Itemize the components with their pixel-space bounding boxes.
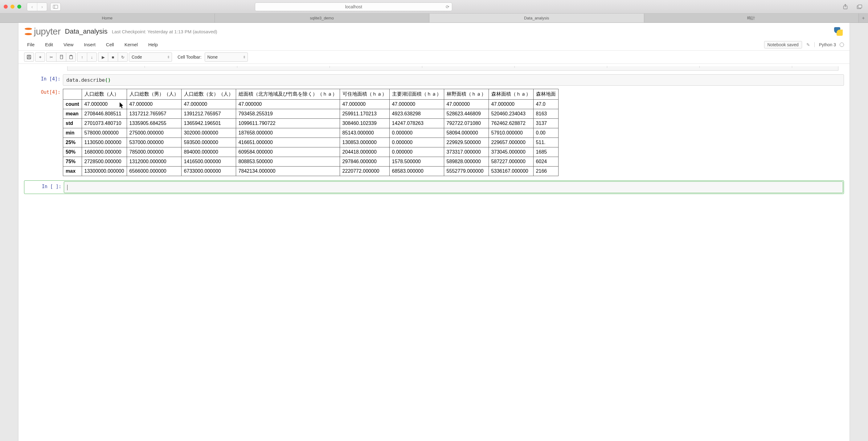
menu-edit[interactable]: Edit bbox=[42, 41, 56, 49]
table-cell: 0.000000 bbox=[389, 128, 444, 138]
reload-icon[interactable]: ⟳ bbox=[446, 4, 450, 9]
table-cell: 187658.000000 bbox=[236, 128, 340, 138]
table-cell: 373045.000000 bbox=[489, 147, 533, 157]
move-down-button[interactable]: ↓ bbox=[87, 52, 97, 62]
tabs-overview-icon[interactable] bbox=[855, 3, 864, 11]
menu-view[interactable]: View bbox=[60, 41, 76, 49]
menu-cell[interactable]: Cell bbox=[103, 41, 117, 49]
menu-file[interactable]: File bbox=[24, 41, 38, 49]
code-cell-4[interactable]: In [4]: data.describe() bbox=[24, 74, 844, 86]
code-input-area-empty[interactable] bbox=[64, 181, 843, 193]
table-cell: 2708446.808511 bbox=[82, 109, 127, 119]
truncated-output-fragment bbox=[67, 66, 838, 70]
copy-button[interactable] bbox=[56, 52, 66, 62]
page-scroll-area[interactable]: jupyter Data_analysis Last Checkpoint: Y… bbox=[0, 23, 868, 441]
svg-rect-6 bbox=[28, 55, 30, 56]
browser-tab-sqlite3[interactable]: sqlite3_demo bbox=[215, 13, 430, 23]
python-logo-icon bbox=[833, 26, 844, 37]
table-cell: 537000.000000 bbox=[127, 138, 181, 147]
new-tab-button[interactable]: + bbox=[859, 13, 868, 23]
back-button[interactable]: ‹ bbox=[27, 3, 37, 11]
table-cell: 3137 bbox=[533, 119, 558, 128]
output-cell-4: Out[4]: 人口総数（人）人口総数（男）（人）人口総数（女）（人）総面積（北… bbox=[24, 88, 844, 176]
share-icon[interactable] bbox=[841, 3, 850, 11]
paste-button[interactable] bbox=[66, 52, 76, 62]
browser-toolbar: ‹ › localhost ⟳ bbox=[0, 0, 868, 13]
run-button[interactable]: ▶ bbox=[98, 52, 108, 62]
table-cell: 373317.000000 bbox=[444, 147, 489, 157]
table-cell: 204418.000000 bbox=[340, 147, 389, 157]
add-cell-button[interactable]: ＋ bbox=[35, 52, 45, 62]
move-up-button[interactable]: ↑ bbox=[77, 52, 87, 62]
close-window-button[interactable] bbox=[4, 5, 8, 9]
maximize-window-button[interactable] bbox=[17, 5, 21, 9]
stop-button[interactable]: ■ bbox=[108, 52, 118, 62]
table-cell: 297846.000000 bbox=[340, 157, 389, 167]
table-cell: 785000.000000 bbox=[127, 147, 181, 157]
table-cell: 2220772.000000 bbox=[340, 167, 389, 176]
table-cell: 47.0 bbox=[533, 99, 558, 109]
table-cell: 1578.500000 bbox=[389, 157, 444, 167]
table-cell: 894000.000000 bbox=[181, 147, 236, 157]
kernel-name[interactable]: Python 3 bbox=[814, 42, 844, 47]
address-bar[interactable]: localhost ⟳ bbox=[255, 2, 452, 11]
table-cell: 85143.000000 bbox=[340, 128, 389, 138]
table-cell: 1312000.000000 bbox=[127, 157, 181, 167]
forward-button[interactable]: › bbox=[37, 3, 47, 11]
table-cell: 6024 bbox=[533, 157, 558, 167]
table-cell: 47.000000 bbox=[127, 99, 181, 109]
cell-toolbar-select[interactable]: None bbox=[205, 52, 248, 62]
table-cell: 308460.102339 bbox=[340, 119, 389, 128]
menu-kernel[interactable]: Kernel bbox=[121, 41, 141, 49]
svg-rect-4 bbox=[858, 5, 862, 8]
jupyter-logo-text: jupyter bbox=[34, 26, 61, 37]
table-cell: 14247.078263 bbox=[389, 119, 444, 128]
cut-copy-paste-group: ✂ bbox=[46, 52, 76, 62]
table-cell: 1416500.000000 bbox=[181, 157, 236, 167]
empty-code-cell-selected[interactable]: In [ ]: bbox=[24, 180, 844, 194]
table-row: 25%1130500.000000537000.000000593500.000… bbox=[63, 138, 559, 147]
table-cell: 511. bbox=[533, 138, 558, 147]
edit-icon[interactable]: ✎ bbox=[806, 42, 810, 47]
input-prompt: In [4]: bbox=[24, 74, 63, 86]
sidebar-toggle-button[interactable] bbox=[50, 3, 61, 11]
svg-rect-5 bbox=[27, 55, 31, 59]
minimize-window-button[interactable] bbox=[10, 5, 14, 9]
restart-button[interactable]: ↻ bbox=[118, 52, 128, 62]
jupyter-header: jupyter Data_analysis Last Checkpoint: Y… bbox=[19, 23, 849, 39]
table-cell: 578000.000000 bbox=[82, 128, 127, 138]
browser-tab-clock[interactable]: 時計 bbox=[644, 13, 859, 23]
table-row: count47.00000047.00000047.00000047.00000… bbox=[63, 99, 559, 109]
cut-button[interactable]: ✂ bbox=[46, 52, 56, 62]
table-corner-cell bbox=[63, 89, 82, 99]
jupyter-toolbar: ＋ ✂ ↑ ↓ ▶ ■ ↻ Code Cell Toolbar: None bbox=[19, 51, 849, 64]
browser-tab-data-analysis[interactable]: Data_analysis bbox=[429, 13, 644, 23]
window-controls bbox=[4, 5, 21, 9]
column-header: 森林面積（ｈａ） bbox=[489, 89, 533, 99]
column-header: 主要湖沼面積（ｈａ） bbox=[389, 89, 444, 99]
jupyter-logo[interactable]: jupyter bbox=[24, 26, 61, 37]
table-cell: 1680000.000000 bbox=[82, 147, 127, 157]
notebook-cells-area: In [4]: data.describe() Out[4]: 人口総数（人）人… bbox=[19, 64, 849, 205]
describe-output: 人口総数（人）人口総数（男）（人）人口総数（女）（人）総面積（北方地域及び竹島を… bbox=[63, 89, 844, 176]
row-index: count bbox=[63, 99, 82, 109]
table-row: mean2708446.8085111317212.7659571391212.… bbox=[63, 109, 559, 119]
table-cell: 0.00 bbox=[533, 128, 558, 138]
table-row: max13300000.0000006566000.0000006733000.… bbox=[63, 167, 559, 176]
table-cell: 792722.071080 bbox=[444, 119, 489, 128]
menu-insert[interactable]: Insert bbox=[81, 41, 99, 49]
cell-type-select[interactable]: Code bbox=[129, 52, 172, 62]
svg-rect-0 bbox=[53, 5, 58, 8]
save-button[interactable] bbox=[24, 52, 34, 62]
kernel-indicator-icon bbox=[840, 42, 844, 47]
table-cell: 259911.170213 bbox=[340, 109, 389, 119]
output-prompt: Out[4]: bbox=[24, 88, 63, 176]
notebook-title[interactable]: Data_analysis bbox=[65, 27, 107, 35]
code-input-area[interactable]: data.describe() bbox=[63, 74, 844, 86]
cell-toolbar-label: Cell Toolbar: bbox=[178, 55, 202, 60]
column-header: 人口総数（人） bbox=[82, 89, 127, 99]
menu-help[interactable]: Help bbox=[145, 41, 161, 49]
table-cell: 130853.000000 bbox=[340, 138, 389, 147]
browser-tab-home[interactable]: Home bbox=[0, 13, 215, 23]
table-cell: 1317212.765957 bbox=[127, 109, 181, 119]
